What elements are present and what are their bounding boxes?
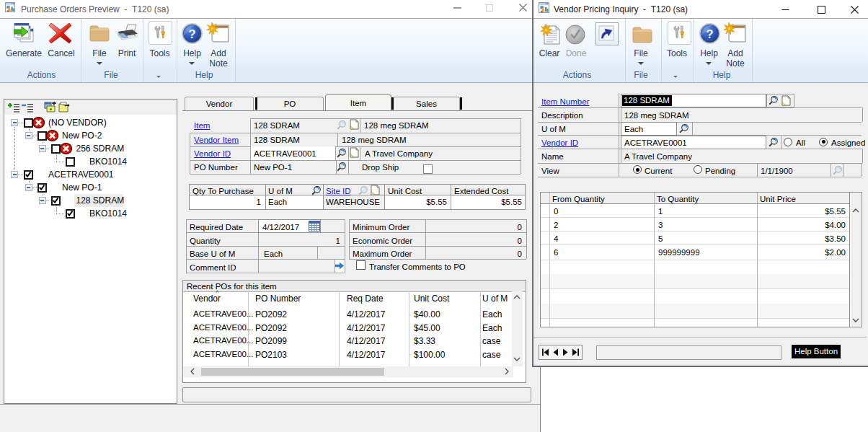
svg-text:?: ? xyxy=(706,27,713,41)
svg-text:?: ? xyxy=(188,27,195,41)
